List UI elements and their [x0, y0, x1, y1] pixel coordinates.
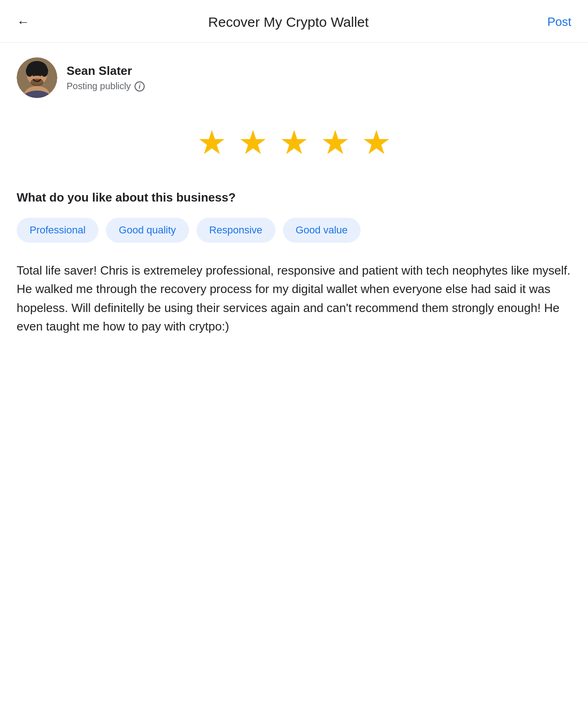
review-text: Total life saver! Chris is extremeley pr…	[17, 261, 571, 336]
star-3[interactable]: ★	[279, 126, 309, 159]
tag-good-value[interactable]: Good value	[283, 218, 361, 243]
user-details: Sean Slater Posting publicly i	[67, 64, 145, 92]
question-label: What do you like about this business?	[17, 190, 571, 205]
back-icon: ←	[17, 16, 30, 29]
user-info: Sean Slater Posting publicly i	[17, 57, 571, 98]
tag-professional[interactable]: Professional	[17, 218, 98, 243]
avatar	[17, 57, 57, 98]
svg-point-13	[31, 79, 43, 86]
svg-point-9	[26, 67, 31, 73]
page-title: Recover My Crypto Wallet	[33, 14, 544, 30]
info-icon[interactable]: i	[135, 81, 145, 92]
header: ← Recover My Crypto Wallet Post	[0, 0, 588, 43]
tags-container: Professional Good quality Responsive Goo…	[17, 218, 571, 243]
star-1[interactable]: ★	[197, 126, 227, 159]
star-rating[interactable]: ★ ★ ★ ★ ★	[17, 116, 571, 168]
tag-good-quality[interactable]: Good quality	[106, 218, 189, 243]
posting-status: Posting publicly i	[67, 81, 145, 92]
posting-status-text: Posting publicly	[67, 81, 131, 92]
star-5[interactable]: ★	[361, 126, 392, 159]
star-4[interactable]: ★	[320, 126, 350, 159]
star-2[interactable]: ★	[238, 126, 268, 159]
svg-point-11	[32, 73, 35, 76]
svg-point-10	[43, 67, 48, 73]
user-name: Sean Slater	[67, 64, 145, 78]
svg-point-12	[39, 73, 42, 76]
back-button[interactable]: ←	[13, 12, 33, 32]
tag-responsive[interactable]: Responsive	[196, 218, 276, 243]
content-area: Sean Slater Posting publicly i ★ ★ ★ ★ ★…	[0, 43, 588, 350]
post-button[interactable]: Post	[544, 11, 575, 33]
